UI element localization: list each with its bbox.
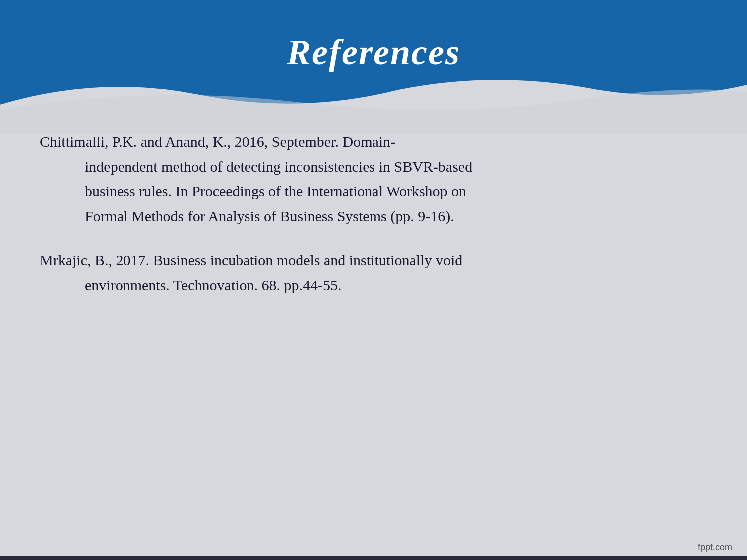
watermark: fppt.com (698, 542, 732, 553)
wave-decoration (0, 75, 747, 134)
page-title: References (287, 32, 460, 73)
ref1-line3: business rules. In Proceedings of the In… (40, 179, 707, 204)
reference-item-2: Mrkajic, B., 2017. Business incubation m… (40, 248, 707, 297)
reference-text-1: Chittimalli, P.K. and Anand, K., 2016, S… (40, 129, 707, 228)
ref1-first-line: Chittimalli, P.K. and Anand, K., 2016, S… (40, 133, 395, 150)
references-list: Chittimalli, P.K. and Anand, K., 2016, S… (40, 129, 707, 317)
ref2-first-line: Mrkajic, B., 2017. Business incubation m… (40, 252, 462, 268)
ref1-continuation: independent method of detecting inconsis… (40, 154, 707, 179)
reference-text-2: Mrkajic, B., 2017. Business incubation m… (40, 248, 707, 297)
ref1-line4: Formal Methods for Analysis of Business … (40, 204, 707, 228)
bottom-bar-decoration (0, 556, 747, 560)
reference-item-1: Chittimalli, P.K. and Anand, K., 2016, S… (40, 129, 707, 228)
ref2-continuation: environments. Technovation. 68. pp.44-55… (40, 273, 707, 298)
